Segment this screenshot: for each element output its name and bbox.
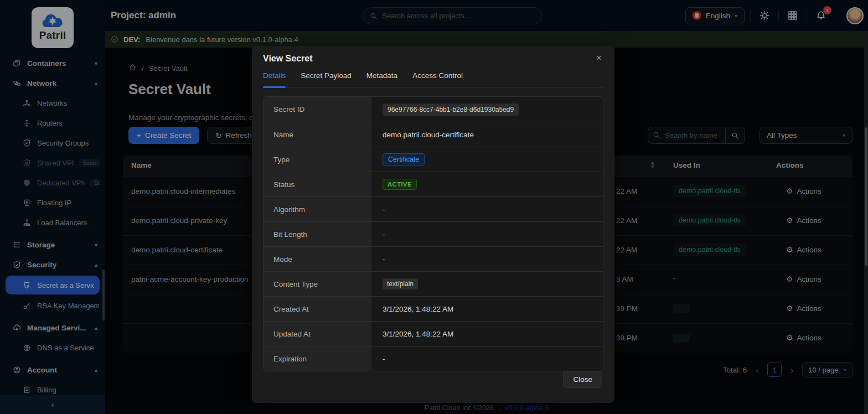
detail-value: 3/1/2026, 1:48:22 AM — [371, 297, 603, 321]
detail-label: Type — [264, 147, 371, 172]
tab-metadata[interactable]: Metadata — [366, 71, 397, 87]
secret-details-table: Secret ID 96e97766-8cc7-4bb1-b2e8-d6d193… — [263, 96, 603, 371]
detail-value: 3/1/2026, 1:48:22 AM — [371, 322, 603, 346]
detail-row-name: Name demo.patrii.cloud-certificate — [264, 122, 603, 147]
page-scrollbar-thumb[interactable] — [865, 127, 867, 266]
close-button[interactable]: Close — [563, 371, 602, 388]
detail-row-updated-at: Updated At 3/1/2026, 1:48:22 AM — [264, 321, 603, 346]
detail-label: Secret ID — [264, 97, 371, 122]
detail-label: Mode — [264, 247, 371, 271]
detail-row-created-at: Created At 3/1/2026, 1:48:22 AM — [264, 296, 603, 321]
tab-secret-payload[interactable]: Secret Payload — [301, 71, 352, 87]
secret-id-value[interactable]: 96e97766-8cc7-4bb1-b2e8-d6d1930a5ed9 — [383, 104, 519, 116]
tab-details[interactable]: Details — [263, 71, 286, 87]
detail-value: - — [371, 346, 603, 371]
detail-row-expiration: Expiration - — [264, 346, 603, 371]
modal-title: View Secret — [263, 54, 313, 64]
close-icon[interactable]: × — [592, 51, 606, 65]
detail-label: Expiration — [264, 346, 371, 371]
modal-tabs: Details Secret Payload Metadata Access C… — [263, 71, 603, 88]
content-type-pill: text/plain — [383, 278, 418, 289]
detail-row-algorithm: Algorithm - — [264, 196, 603, 221]
view-secret-modal: View Secret × Details Secret Payload Met… — [252, 46, 614, 403]
detail-label: Content Type — [264, 272, 371, 296]
detail-label: Algorithm — [264, 197, 371, 221]
detail-row-bit-length: Bit Length - — [264, 221, 603, 246]
detail-row-secret-id: Secret ID 96e97766-8cc7-4bb1-b2e8-d6d193… — [264, 97, 603, 122]
detail-row-type: Type Certificate — [264, 147, 603, 172]
type-badge: Certificate — [383, 153, 425, 165]
detail-value: demo.patrii.cloud-certificate — [371, 122, 603, 147]
detail-value: - — [371, 222, 603, 246]
detail-row-mode: Mode - — [264, 246, 603, 271]
detail-label: Bit Length — [264, 222, 371, 246]
detail-row-content-type: Content Type text/plain — [264, 271, 603, 296]
tab-access-control[interactable]: Access Control — [412, 71, 463, 87]
detail-label: Name — [264, 122, 371, 147]
detail-value: - — [371, 247, 603, 271]
detail-label: Status — [264, 172, 371, 196]
detail-label: Created At — [264, 297, 371, 321]
status-badge: ACTIVE — [383, 179, 417, 190]
detail-value: - — [371, 197, 603, 221]
app-root: Patrii Containers ▾ Network ▴ Networks R… — [0, 0, 868, 414]
detail-label: Updated At — [264, 322, 371, 346]
page-scrollbar[interactable] — [864, 33, 868, 414]
detail-row-status: Status ACTIVE — [264, 172, 603, 196]
